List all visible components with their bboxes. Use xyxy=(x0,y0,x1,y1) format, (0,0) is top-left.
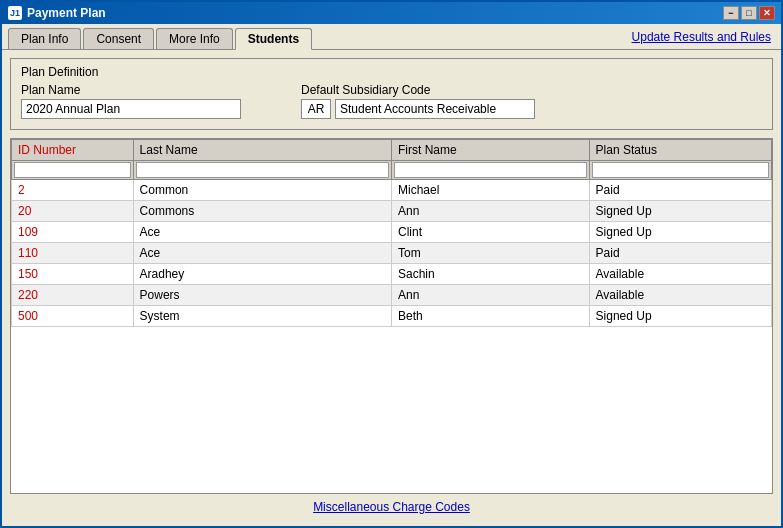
content-area: Plan Definition Plan Name Default Subsid… xyxy=(2,50,781,526)
cell-id: 110 xyxy=(12,243,134,264)
misc-charge-codes-link[interactable]: Miscellaneous Charge Codes xyxy=(313,500,470,514)
tab-more-info[interactable]: More Info xyxy=(156,28,233,49)
filter-id-input[interactable] xyxy=(14,162,131,178)
main-window: J1 Payment Plan − □ ✕ Plan Info Consent … xyxy=(0,0,783,528)
subsidiary-name-input[interactable] xyxy=(335,99,535,119)
filter-lastname-input[interactable] xyxy=(136,162,389,178)
cell-first-name: Clint xyxy=(391,222,589,243)
cell-last-name: Aradhey xyxy=(133,264,391,285)
table-row[interactable]: 220PowersAnnAvailable xyxy=(12,285,772,306)
footer: Miscellaneous Charge Codes xyxy=(10,494,773,518)
cell-first-name: Ann xyxy=(391,285,589,306)
cell-id: 220 xyxy=(12,285,134,306)
cell-last-name: System xyxy=(133,306,391,327)
table-row[interactable]: 110AceTomPaid xyxy=(12,243,772,264)
cell-plan-status: Available xyxy=(589,264,771,285)
cell-first-name: Michael xyxy=(391,180,589,201)
table-row[interactable]: 20CommonsAnnSigned Up xyxy=(12,201,772,222)
table-row[interactable]: 2CommonMichaelPaid xyxy=(12,180,772,201)
col-header-id: ID Number xyxy=(12,140,134,161)
students-table: ID Number Last Name First Name Plan Stat… xyxy=(11,139,772,327)
filter-planstatus-input[interactable] xyxy=(592,162,769,178)
plan-definition-title: Plan Definition xyxy=(21,65,762,79)
tab-bar: Plan Info Consent More Info Students Upd… xyxy=(2,24,781,50)
minimize-button[interactable]: − xyxy=(723,6,739,20)
table-row[interactable]: 150AradheySachinAvailable xyxy=(12,264,772,285)
cell-first-name: Tom xyxy=(391,243,589,264)
cell-last-name: Ace xyxy=(133,243,391,264)
cell-plan-status: Available xyxy=(589,285,771,306)
cell-last-name: Commons xyxy=(133,201,391,222)
plan-name-input[interactable] xyxy=(21,99,241,119)
cell-plan-status: Signed Up xyxy=(589,306,771,327)
window-title: Payment Plan xyxy=(27,6,106,20)
cell-id: 2 xyxy=(12,180,134,201)
plan-definition-box: Plan Definition Plan Name Default Subsid… xyxy=(10,58,773,130)
cell-last-name: Ace xyxy=(133,222,391,243)
filter-row xyxy=(12,161,772,180)
cell-id: 500 xyxy=(12,306,134,327)
plan-name-label: Plan Name xyxy=(21,83,241,97)
cell-last-name: Powers xyxy=(133,285,391,306)
cell-id: 150 xyxy=(12,264,134,285)
filter-firstname-input[interactable] xyxy=(394,162,587,178)
cell-plan-status: Signed Up xyxy=(589,201,771,222)
cell-first-name: Ann xyxy=(391,201,589,222)
cell-id: 20 xyxy=(12,201,134,222)
cell-last-name: Common xyxy=(133,180,391,201)
tab-plan-info[interactable]: Plan Info xyxy=(8,28,81,49)
col-header-first-name: First Name xyxy=(391,140,589,161)
table-header-row: ID Number Last Name First Name Plan Stat… xyxy=(12,140,772,161)
table-row[interactable]: 109AceClintSigned Up xyxy=(12,222,772,243)
cell-first-name: Sachin xyxy=(391,264,589,285)
table-row[interactable]: 500SystemBethSigned Up xyxy=(12,306,772,327)
tab-consent[interactable]: Consent xyxy=(83,28,154,49)
col-header-plan-status: Plan Status xyxy=(589,140,771,161)
cell-plan-status: Paid xyxy=(589,243,771,264)
tab-students[interactable]: Students xyxy=(235,28,312,50)
update-results-link[interactable]: Update Results and Rules xyxy=(632,30,771,44)
students-table-container: ID Number Last Name First Name Plan Stat… xyxy=(10,138,773,494)
close-button[interactable]: ✕ xyxy=(759,6,775,20)
cell-plan-status: Signed Up xyxy=(589,222,771,243)
cell-plan-status: Paid xyxy=(589,180,771,201)
maximize-button[interactable]: □ xyxy=(741,6,757,20)
col-header-last-name: Last Name xyxy=(133,140,391,161)
app-icon: J1 xyxy=(8,6,22,20)
title-bar: J1 Payment Plan − □ ✕ xyxy=(2,2,781,24)
cell-first-name: Beth xyxy=(391,306,589,327)
subsidiary-label: Default Subsidiary Code xyxy=(301,83,535,97)
subsidiary-code-input[interactable] xyxy=(301,99,331,119)
cell-id: 109 xyxy=(12,222,134,243)
